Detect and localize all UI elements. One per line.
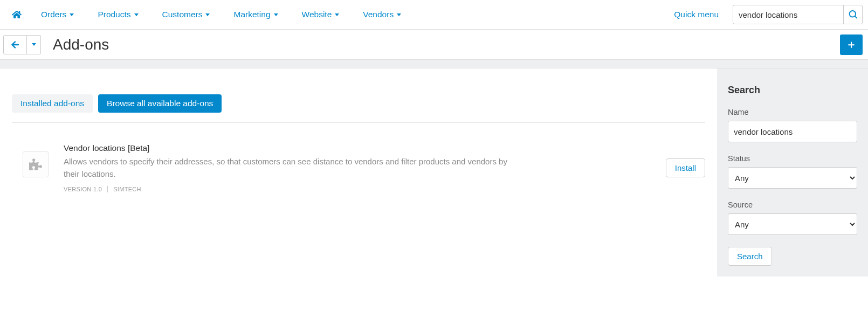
puzzle-icon xyxy=(29,158,42,171)
nav-website-label: Website xyxy=(302,10,332,19)
quick-menu[interactable]: Quick menu xyxy=(662,10,731,19)
add-button[interactable]: ＋ xyxy=(840,34,863,55)
nav-products-label: Products xyxy=(98,10,130,19)
nav-home[interactable] xyxy=(4,0,29,29)
sidebar-title: Search xyxy=(728,85,857,96)
page-header: Add-ons ＋ xyxy=(0,30,868,59)
nav-orders[interactable]: Orders xyxy=(29,0,86,29)
nav-marketing[interactable]: Marketing xyxy=(222,0,290,29)
addon-tabs: Installed add-ons Browse all available a… xyxy=(12,94,705,123)
addon-description: Allows vendors to specify their addresse… xyxy=(64,155,522,181)
nav-products[interactable]: Products xyxy=(86,0,150,29)
chevron-down-icon xyxy=(205,13,210,16)
back-button[interactable] xyxy=(3,35,27,54)
page-title: Add-ons xyxy=(53,36,109,53)
nav-marketing-label: Marketing xyxy=(233,10,270,19)
sidebar-source-label: Source xyxy=(728,201,857,209)
addon-icon-box xyxy=(23,151,49,177)
tab-browse-addons[interactable]: Browse all available add-ons xyxy=(98,94,222,113)
sidebar-name-input[interactable] xyxy=(728,121,857,142)
global-search-button[interactable] xyxy=(843,5,863,24)
back-dropdown[interactable] xyxy=(27,35,41,54)
chevron-down-icon xyxy=(70,13,74,16)
sidebar-status-label: Status xyxy=(728,154,857,163)
home-icon xyxy=(12,10,22,19)
addon-version: VERSION 1.0 xyxy=(64,186,102,192)
separator xyxy=(107,186,108,192)
chevron-down-icon xyxy=(274,13,278,16)
chevron-down-icon xyxy=(134,13,139,16)
main-panel: Installed add-ons Browse all available a… xyxy=(0,68,717,276)
sidebar-name-label: Name xyxy=(728,108,857,116)
sidebar-source-select[interactable]: Any xyxy=(728,213,857,235)
search-sidebar: Search Name Status Any Source Any Search xyxy=(717,68,868,276)
nav-customers[interactable]: Customers xyxy=(150,0,222,29)
addon-row: Vendor locations [Beta] Allows vendors t… xyxy=(12,139,705,203)
tab-installed-addons[interactable]: Installed add-ons xyxy=(12,94,93,113)
global-search-input[interactable] xyxy=(733,5,843,24)
addon-vendor: SIMTECH xyxy=(113,186,141,192)
install-button[interactable]: Install xyxy=(666,158,705,177)
chevron-down-icon xyxy=(397,13,401,16)
nav-vendors[interactable]: Vendors xyxy=(351,0,413,29)
chevron-down-icon xyxy=(32,43,36,46)
divider-strip xyxy=(0,60,868,68)
arrow-left-icon xyxy=(11,40,19,49)
global-search xyxy=(733,5,863,24)
chevron-down-icon xyxy=(335,13,339,16)
nav-website[interactable]: Website xyxy=(290,0,352,29)
nav-vendors-label: Vendors xyxy=(363,10,394,19)
sidebar-search-button[interactable]: Search xyxy=(728,247,772,266)
search-icon xyxy=(849,10,857,19)
top-nav: Orders Products Customers Marketing Webs… xyxy=(0,0,868,30)
plus-icon: ＋ xyxy=(846,37,857,52)
addon-meta: VERSION 1.0 SIMTECH xyxy=(64,186,666,192)
sidebar-status-select[interactable]: Any xyxy=(728,167,857,189)
nav-customers-label: Customers xyxy=(162,10,203,19)
nav-orders-label: Orders xyxy=(41,10,66,19)
addon-title: Vendor locations [Beta] xyxy=(64,143,666,153)
